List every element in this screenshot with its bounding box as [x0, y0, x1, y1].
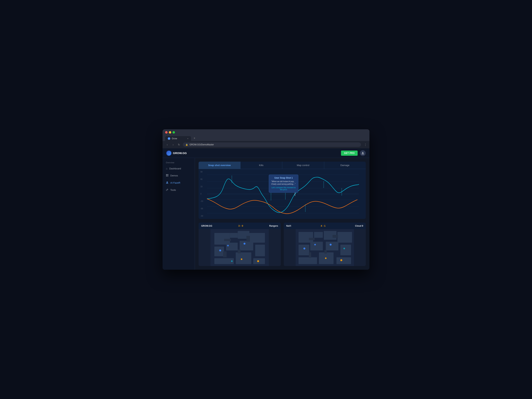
address-field[interactable]: 🔒 GROW.GG/DemoMaster [183, 142, 361, 147]
close-button[interactable] [165, 131, 168, 133]
svg-rect-34 [253, 258, 265, 264]
tooltip-cta[interactable]: Let's compare this moment to the pro's [271, 187, 296, 191]
sidebar-label-dashboard: Dashboard [169, 167, 181, 170]
back-button[interactable]: ‹ [165, 143, 169, 146]
demo-card-1[interactable]: GROW.GG 3 - 0 Rangers [199, 223, 281, 266]
logo-icon [166, 151, 171, 156]
minimize-button[interactable] [169, 131, 171, 133]
svg-point-6 [167, 182, 168, 183]
main-content: Snap shot overview Kills Map control Dam… [195, 158, 369, 270]
svg-rect-4 [166, 176, 167, 176]
svg-rect-36 [247, 236, 250, 242]
demo-card-1-header: GROW.GG 3 - 0 Rangers [199, 223, 281, 229]
sidebar: Overview ⌂ Dashboard Demos [163, 158, 195, 270]
tab-kills[interactable]: Kills [241, 162, 282, 169]
refresh-button[interactable]: ↻ [177, 143, 181, 146]
svg-point-42 [241, 259, 242, 260]
svg-rect-59 [309, 252, 311, 258]
demo2-team-b: Cloud 9 [355, 225, 363, 227]
sidebar-section-label: Overview [163, 162, 195, 164]
svg-rect-53 [340, 245, 351, 255]
tab-map-control[interactable]: Map control [282, 162, 324, 169]
tab-snapshot[interactable]: Snap shot overview [199, 162, 241, 169]
svg-point-1 [362, 152, 364, 153]
demo1-team-b: Rangers [269, 225, 278, 227]
svg-rect-32 [214, 258, 234, 264]
svg-point-66 [343, 248, 345, 249]
svg-rect-38 [238, 250, 241, 253]
logo-text: GROW.GG [173, 152, 187, 155]
svg-point-65 [340, 259, 342, 261]
demo1-map-svg [199, 229, 281, 266]
demo2-score: 4 - 1 [321, 224, 325, 227]
svg-rect-46 [298, 232, 313, 243]
sidebar-label-demos: Demos [170, 174, 178, 177]
svg-rect-33 [236, 252, 251, 264]
svg-rect-52 [326, 242, 338, 250]
svg-point-62 [314, 244, 316, 245]
app-topnav: GROW.GG GET PRO [163, 148, 369, 158]
y-axis-labels: 99 66 33 0 -33 -66 -99 [200, 171, 203, 217]
get-pro-button[interactable]: GET PRO [341, 151, 358, 156]
svg-point-61 [303, 247, 305, 250]
tab-close-icon[interactable]: × [187, 137, 188, 140]
svg-line-7 [167, 189, 168, 190]
svg-point-40 [227, 245, 229, 246]
svg-point-43 [257, 260, 259, 262]
svg-rect-35 [224, 239, 231, 241]
demo1-team-a: GROW.GG [201, 225, 212, 227]
svg-rect-50 [298, 245, 309, 255]
demo1-map [199, 229, 281, 266]
svg-rect-3 [167, 174, 168, 175]
svg-rect-57 [309, 238, 315, 240]
chart-tabs: Snap shot overview Kills Map control Dam… [199, 162, 366, 169]
demo1-score: 3 - 0 [238, 224, 243, 227]
maximize-button[interactable] [172, 131, 175, 133]
demo-card-2[interactable]: NaVi 4 - 1 Cloud 9 [284, 223, 366, 266]
user-avatar[interactable] [360, 150, 366, 156]
tab-damage[interactable]: Damage [324, 162, 366, 169]
browser-chrome: G Grow × + [163, 129, 369, 141]
tab-title: Grow [172, 137, 177, 140]
tab-favicon: G [168, 137, 170, 140]
demo2-map-svg [284, 229, 366, 266]
address-bar: ‹ › ↻ 🔒 GROW.GG/DemoMaster ⋮ [163, 141, 369, 148]
svg-rect-60 [324, 250, 327, 254]
sidebar-item-ai-fazer[interactable]: AI FazeR [163, 179, 195, 186]
svg-rect-37 [223, 251, 227, 257]
chart-area: 99 66 33 0 -33 -66 -99 [199, 169, 366, 219]
topnav-right: GET PRO [341, 150, 366, 156]
svg-point-39 [219, 250, 221, 252]
sidebar-item-demos[interactable]: Demos [163, 172, 195, 179]
demo2-map [284, 229, 366, 266]
svg-rect-51 [310, 242, 323, 250]
chart-card: Snap shot overview Kills Map control Dam… [199, 162, 366, 219]
svg-rect-54 [298, 257, 317, 264]
lock-icon: 🔒 [185, 144, 188, 146]
svg-point-63 [329, 244, 332, 246]
browser-tabs: G Grow × + [165, 135, 367, 141]
demo-card-2-header: NaVi 4 - 1 Cloud 9 [284, 223, 366, 229]
tooltip-title: User Snap Shot 1 [271, 177, 296, 179]
forward-button[interactable]: › [171, 143, 175, 146]
svg-rect-30 [240, 241, 253, 250]
app-logo: GROW.GG [166, 151, 187, 156]
sidebar-item-tools[interactable]: Tools [163, 187, 195, 193]
svg-rect-56 [336, 257, 351, 264]
svg-rect-5 [167, 176, 168, 176]
svg-rect-58 [332, 235, 338, 238]
svg-rect-25 [230, 233, 238, 238]
svg-rect-49 [337, 232, 352, 243]
browser-menu-icon[interactable]: ⋮ [364, 143, 367, 146]
active-tab[interactable]: G Grow × [165, 136, 191, 141]
svg-point-44 [231, 260, 233, 262]
sidebar-item-dashboard[interactable]: ⌂ Dashboard [163, 165, 195, 172]
new-tab-button[interactable]: + [192, 135, 197, 141]
ai-fazer-icon [166, 181, 168, 184]
traffic-lights [165, 131, 367, 133]
svg-point-41 [243, 243, 246, 245]
svg-rect-28 [214, 247, 224, 256]
app-body: Overview ⌂ Dashboard Demos [163, 158, 369, 270]
demos-grid: GROW.GG 3 - 0 Rangers [199, 223, 366, 266]
tools-icon [166, 188, 168, 191]
